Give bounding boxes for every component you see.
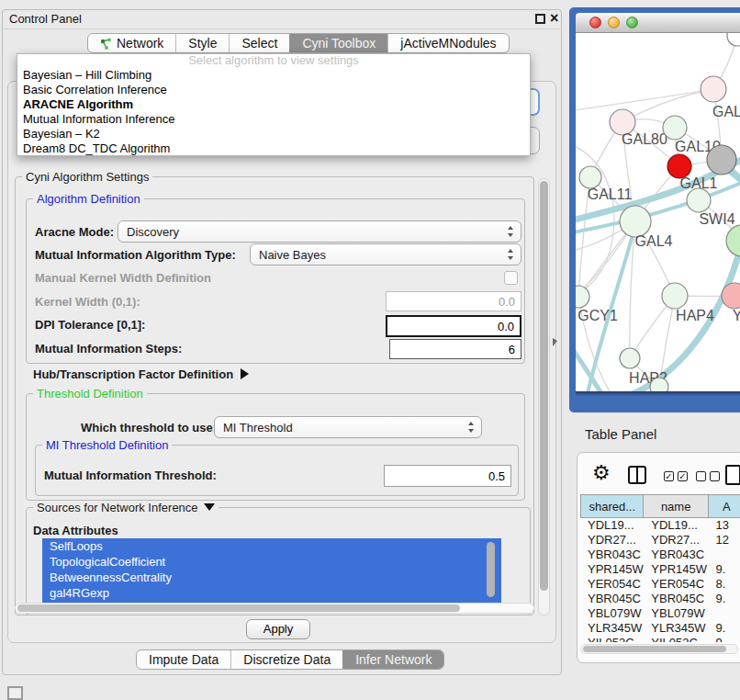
table-cell: YBL079W [580, 606, 644, 621]
column-header[interactable]: A [709, 494, 740, 518]
minimized-panel-icon[interactable] [7, 686, 23, 700]
network-edge[interactable] [622, 89, 713, 122]
network-node[interactable] [650, 378, 668, 391]
mi-threshold-field[interactable]: 0.5 [384, 465, 511, 487]
column-header[interactable]: name [644, 494, 708, 518]
unchecked-checkbox-icon[interactable] [710, 471, 720, 481]
dropdown-item[interactable]: Bayesian – Hill Climbing [17, 68, 530, 83]
attributes-scrollbar-thumb[interactable] [487, 542, 495, 597]
table-cell: 9. [709, 621, 740, 636]
dropdown-item[interactable]: Dream8 DC_TDC Algorithm [17, 141, 530, 156]
scrollbar-thumb[interactable] [540, 181, 548, 591]
gear-icon[interactable]: ⚙ [592, 461, 611, 485]
dropdown-item[interactable]: Mutual Information Inference [17, 112, 530, 127]
algorithm-definition-title: Algorithm Definition [33, 192, 144, 206]
network-node-hap4[interactable] [662, 283, 688, 309]
attribute-item[interactable]: gal4RGexp [42, 585, 501, 601]
tab-discretize-data[interactable]: Discretize Data [230, 650, 342, 669]
table-row[interactable]: YER054CYER054C8. [580, 577, 740, 592]
data-attributes-list[interactable]: SelfLoopsTopologicalCoefficientBetweenne… [42, 538, 501, 603]
settings-vertical-scrollbar[interactable] [538, 178, 550, 615]
table-cell: 12 [709, 533, 740, 548]
mi-type-select[interactable]: Naive Bayes [250, 243, 521, 265]
table-row[interactable]: YBR045CYBR045C9. [580, 592, 740, 606]
attribute-item[interactable]: SelfLoops [42, 538, 501, 554]
tab-label: Cyni Toolbox [302, 36, 376, 51]
table-cell: YDR27... [644, 533, 708, 548]
tab-style[interactable]: Style [175, 34, 229, 52]
table-row[interactable]: YDR27...YDR27...12 [580, 533, 740, 548]
column-header[interactable]: shared... [580, 494, 644, 518]
float-window-icon[interactable] [535, 14, 545, 24]
attribute-item[interactable]: TopologicalCoefficient [42, 554, 501, 570]
table-cell: YLR345W [644, 621, 708, 636]
attribute-item[interactable]: BetweennessCentrality [42, 570, 501, 585]
minimize-traffic-light-icon[interactable] [608, 17, 620, 28]
network-node-swi4[interactable] [687, 188, 711, 212]
tab-cyni-toolbox[interactable]: Cyni Toolbox [289, 34, 387, 52]
aracne-mode-select[interactable]: Discovery [118, 220, 521, 243]
table-cell: YBR043C [644, 548, 708, 562]
dropdown-item[interactable]: Bayesian – K2 [17, 127, 530, 141]
tab-network[interactable]: Network [88, 34, 175, 52]
network-node-gal[interactable] [701, 76, 726, 102]
mi-steps-field[interactable]: 6 [389, 339, 521, 359]
node-label: Y [733, 308, 740, 323]
table-panel-title: Table Panel [585, 426, 656, 442]
tab-impute-data[interactable]: Impute Data [137, 650, 230, 669]
network-icon [100, 38, 112, 50]
network-node[interactable] [727, 33, 740, 46]
tab-infer-network[interactable]: Infer Network [342, 650, 443, 669]
which-threshold-select[interactable]: MI Threshold [214, 416, 482, 438]
network-node-hap2[interactable] [620, 348, 640, 368]
table-row[interactable]: YBR043CYBR043C [580, 548, 740, 562]
table-row[interactable]: YDL19...YDL19...13 [580, 518, 740, 533]
checked-checkbox-icon[interactable]: ✓ [678, 471, 688, 481]
manual-kernel-checkbox[interactable] [504, 271, 518, 285]
tab-jactivemnodules[interactable]: jActiveMNodules [387, 34, 508, 52]
table-row[interactable]: YBL079WYBL079W [580, 606, 740, 621]
data-attributes-items: SelfLoopsTopologicalCoefficientBetweenne… [42, 538, 501, 601]
network-node-gcy1[interactable] [576, 286, 589, 308]
table-cell: 9. [709, 562, 740, 577]
sources-group-title[interactable]: Sources for Network Inference [33, 501, 219, 514]
network-node-gal10[interactable] [663, 116, 687, 140]
chevron-down-icon [204, 503, 215, 511]
table-cell: YDL19... [580, 518, 644, 533]
table-row[interactable]: YLR345WYLR345W9. [580, 621, 740, 636]
zoom-traffic-light-icon[interactable] [626, 17, 638, 28]
manual-kernel-label: Manual Kernel Width Definition [35, 271, 211, 285]
dropdown-item[interactable]: ARACNE Algorithm [17, 97, 530, 112]
network-edge[interactable] [576, 89, 713, 111]
kernel-width-field[interactable]: 0.0 [386, 291, 521, 311]
aracne-mode-label: Aracne Mode: [35, 225, 114, 239]
tab-select[interactable]: Select [229, 34, 289, 52]
apply-button[interactable]: Apply [246, 619, 310, 639]
algorithm-dropdown-prompt: Select algorithm to view settings [17, 54, 530, 68]
split-columns-icon[interactable] [628, 466, 646, 484]
network-node-gal4[interactable] [620, 206, 651, 237]
network-node-gal11[interactable] [579, 166, 601, 188]
network-canvas[interactable]: GALGAL80GAL10GAL1GAL11SWI4GAL4GCY1HAP4YH… [576, 33, 740, 391]
scrollbar-thumb[interactable] [583, 646, 726, 652]
table-cell: YDR27... [580, 533, 644, 548]
table-horizontal-scrollbar[interactable] [580, 644, 738, 654]
table-cell: YBR043C [580, 548, 644, 562]
dpi-tolerance-field[interactable]: 0.0 [386, 315, 521, 337]
dropdown-item[interactable]: Basic Correlation Inference [17, 83, 530, 97]
table-header-row: shared...nameA [580, 494, 740, 518]
table-cell: 9. [709, 592, 740, 606]
hub-definition-toggle[interactable]: Hub/Transcription Factor Definition [33, 367, 249, 381]
network-node[interactable] [726, 225, 740, 256]
checked-checkbox-icon[interactable]: ✓ [664, 471, 674, 481]
settings-horizontal-scrollbar[interactable] [15, 603, 534, 614]
close-traffic-light-icon[interactable] [589, 17, 601, 28]
unchecked-checkbox-icon[interactable] [696, 471, 706, 481]
scrollbar-thumb[interactable] [17, 604, 460, 612]
table-cell: YER054C [580, 577, 644, 592]
table-row[interactable]: YIL052CYIL052C9. [580, 636, 740, 642]
close-icon[interactable]: × [550, 9, 558, 28]
new-page-icon[interactable] [725, 465, 740, 485]
network-node[interactable] [707, 145, 736, 175]
table-row[interactable]: YPR145WYPR145W9. [580, 562, 740, 577]
